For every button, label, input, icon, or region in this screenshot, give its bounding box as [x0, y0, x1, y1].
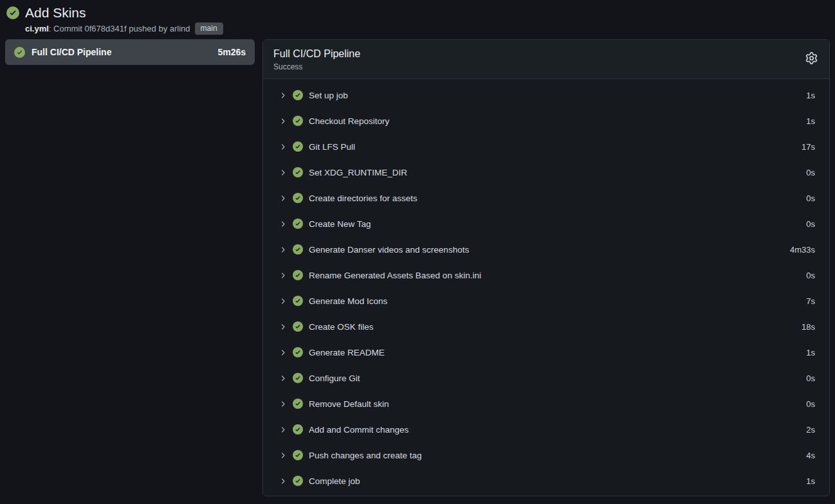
- step-row[interactable]: Set up job 1s: [263, 82, 829, 108]
- step-row[interactable]: Generate README 1s: [263, 339, 829, 365]
- check-circle-icon: [6, 6, 19, 22]
- workflow-file: ci.yml: [25, 24, 49, 33]
- job-duration: 5m26s: [217, 47, 246, 57]
- step-label: Configure Git: [309, 374, 360, 383]
- step-row[interactable]: Git LFS Pull 17s: [263, 134, 829, 159]
- check-circle-icon: [293, 450, 303, 460]
- chevron-right-icon[interactable]: [279, 143, 287, 151]
- chevron-right-icon[interactable]: [279, 220, 287, 228]
- chevron-right-icon[interactable]: [279, 271, 287, 280]
- check-circle-icon: [293, 270, 303, 280]
- chevron-right-icon[interactable]: [279, 451, 287, 460]
- chevron-right-icon[interactable]: [279, 323, 287, 331]
- chevron-right-icon[interactable]: [279, 477, 287, 485]
- chevron-right-icon[interactable]: [279, 168, 287, 177]
- check-circle-icon: [293, 424, 303, 435]
- sidebar-job-item[interactable]: Full CI/CD Pipeline 5m26s: [5, 39, 255, 65]
- job-detail-title: Full CI/CD Pipeline: [273, 48, 360, 60]
- step-label: Git LFS Pull: [309, 142, 355, 152]
- step-label: Create OSK files: [309, 322, 374, 332]
- chevron-right-icon[interactable]: [279, 246, 287, 254]
- job-name: Full CI/CD Pipeline: [32, 47, 111, 57]
- step-row[interactable]: Add and Commit changes 2s: [263, 417, 829, 442]
- check-circle-icon: [293, 116, 303, 126]
- step-label: Checkout Repository: [309, 116, 389, 126]
- check-circle-icon: [293, 244, 303, 255]
- step-row[interactable]: Remove Default skin 0s: [263, 391, 829, 417]
- run-title: Add Skins: [25, 4, 223, 21]
- step-row[interactable]: Complete job 1s: [263, 468, 829, 494]
- check-circle-icon: [293, 476, 303, 486]
- job-detail-panel: Full CI/CD Pipeline Success Set up job 1…: [262, 39, 830, 496]
- step-label: Set up job: [309, 91, 348, 100]
- check-circle-icon: [293, 321, 303, 332]
- step-duration: 0s: [806, 271, 815, 280]
- gear-icon: [805, 52, 818, 66]
- step-label: Add and Commit changes: [309, 425, 408, 435]
- step-duration: 4s: [806, 451, 815, 460]
- step-row[interactable]: Create directories for assets 0s: [263, 185, 829, 211]
- step-label: Set XDG_RUNTIME_DIR: [309, 168, 407, 177]
- step-duration: 1s: [806, 348, 815, 357]
- step-duration: 2s: [806, 425, 815, 435]
- step-duration: 7s: [806, 296, 815, 306]
- step-row[interactable]: Set XDG_RUNTIME_DIR 0s: [263, 159, 829, 185]
- commit-text: : Commit 0f678d341f pushed by arlind: [49, 24, 190, 33]
- step-label: Rename Generated Assets Based on skin.in…: [309, 271, 481, 280]
- step-duration: 0s: [806, 399, 815, 409]
- settings-button[interactable]: [804, 51, 819, 68]
- chevron-right-icon[interactable]: [279, 400, 287, 408]
- step-label: Push changes and create tag: [309, 451, 422, 460]
- job-detail-titles: Full CI/CD Pipeline Success: [273, 48, 360, 71]
- step-duration: 18s: [802, 322, 815, 332]
- check-circle-icon: [293, 347, 303, 357]
- check-circle-icon: [293, 193, 303, 203]
- job-status-text: Success: [273, 62, 360, 71]
- step-row[interactable]: Checkout Repository 1s: [263, 108, 829, 134]
- run-header: Add Skins ci.yml: Commit 0f678d341f push…: [0, 0, 835, 35]
- check-circle-icon: [293, 373, 303, 383]
- commit-summary: ci.yml: Commit 0f678d341f pushed by arli…: [25, 24, 190, 33]
- step-label: Create New Tag: [309, 219, 371, 229]
- chevron-right-icon[interactable]: [279, 117, 287, 125]
- step-label: Generate Mod Icons: [309, 296, 387, 306]
- step-row[interactable]: Rename Generated Assets Based on skin.in…: [263, 262, 829, 288]
- check-circle-icon: [293, 141, 303, 152]
- step-duration: 1s: [806, 91, 815, 100]
- step-label: Generate README: [309, 348, 385, 357]
- step-row[interactable]: Push changes and create tag 4s: [263, 442, 829, 468]
- step-duration: 0s: [806, 374, 815, 383]
- check-circle-icon: [293, 90, 303, 100]
- check-circle-icon: [293, 296, 303, 306]
- check-circle-icon: [293, 219, 303, 229]
- step-label: Complete job: [309, 476, 360, 486]
- step-label: Create directories for assets: [309, 194, 418, 203]
- chevron-right-icon[interactable]: [279, 297, 287, 305]
- chevron-right-icon[interactable]: [279, 426, 287, 434]
- check-circle-icon: [293, 399, 303, 409]
- chevron-right-icon[interactable]: [279, 374, 287, 382]
- step-row[interactable]: Configure Git 0s: [263, 365, 829, 391]
- run-header-text: Add Skins ci.yml: Commit 0f678d341f push…: [25, 4, 223, 35]
- job-detail-header: Full CI/CD Pipeline Success: [263, 40, 829, 79]
- step-label: Remove Default skin: [309, 399, 389, 409]
- step-row[interactable]: Create New Tag 0s: [263, 211, 829, 237]
- step-duration: 0s: [806, 168, 815, 177]
- step-duration: 0s: [806, 219, 815, 229]
- chevron-right-icon[interactable]: [279, 348, 287, 357]
- chevron-right-icon[interactable]: [279, 194, 287, 203]
- step-duration: 1s: [806, 116, 815, 126]
- step-row[interactable]: Create OSK files 18s: [263, 314, 829, 339]
- step-label: Generate Danser videos and screenshots: [309, 245, 469, 255]
- steps-list: Set up job 1s Checkout Repository 1s: [263, 79, 829, 496]
- run-subline: ci.yml: Commit 0f678d341f pushed by arli…: [25, 22, 223, 35]
- step-row[interactable]: Generate Danser videos and screenshots 4…: [263, 237, 829, 262]
- step-row[interactable]: Generate Mod Icons 7s: [263, 288, 829, 314]
- step-duration: 4m33s: [790, 245, 815, 255]
- check-circle-icon: [293, 167, 303, 177]
- step-duration: 1s: [806, 476, 815, 486]
- chevron-right-icon[interactable]: [279, 91, 287, 100]
- step-duration: 17s: [802, 142, 815, 152]
- check-circle-icon: [14, 47, 25, 58]
- branch-badge[interactable]: main: [195, 22, 223, 35]
